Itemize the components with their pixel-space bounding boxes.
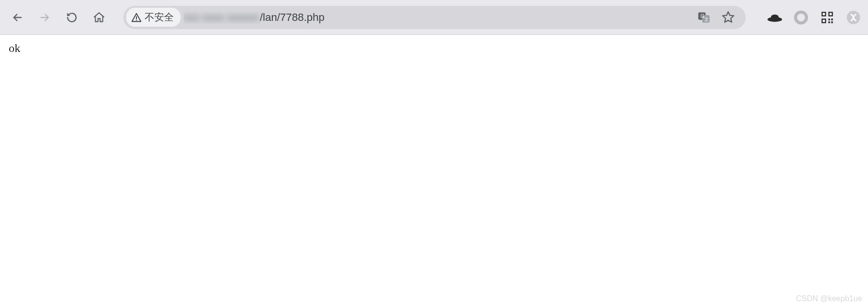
hat-icon — [767, 13, 783, 22]
home-button[interactable] — [87, 6, 111, 29]
star-icon — [721, 11, 735, 24]
browser-toolbar: 不安全 xxx xxxx xxxxxx /lan/7788.php G 文 — [0, 0, 868, 35]
svg-rect-9 — [823, 13, 825, 15]
forward-button[interactable] — [33, 6, 56, 29]
svg-point-0 — [136, 19, 137, 20]
qr-icon — [820, 11, 834, 24]
home-icon — [93, 11, 105, 24]
translate-icon: G 文 — [697, 11, 711, 24]
arrow-right-icon — [38, 11, 51, 24]
security-chip[interactable]: 不安全 — [126, 8, 181, 27]
svg-text:G: G — [701, 13, 704, 19]
svg-rect-17 — [831, 21, 833, 23]
extension-icons — [758, 9, 862, 26]
arrow-left-icon — [11, 11, 24, 24]
translate-button[interactable]: G 文 — [695, 9, 713, 26]
svg-rect-15 — [831, 18, 833, 20]
extension-circle[interactable] — [792, 9, 810, 26]
svg-point-7 — [796, 12, 807, 23]
svg-rect-14 — [828, 18, 830, 20]
svg-point-6 — [771, 15, 779, 19]
security-label: 不安全 — [145, 11, 174, 24]
url-visible: /lan/7788.php — [260, 11, 324, 24]
page-body-text: ok — [9, 42, 20, 54]
svg-rect-13 — [823, 19, 825, 22]
watermark: CSDN @keepb1ue — [796, 294, 862, 303]
reload-icon — [66, 11, 78, 24]
knot-icon — [846, 10, 861, 25]
bookmark-button[interactable] — [719, 9, 737, 26]
extension-knot[interactable] — [845, 9, 862, 26]
extension-qr[interactable] — [818, 9, 836, 26]
reload-button[interactable] — [60, 6, 83, 29]
extension-hat[interactable] — [766, 9, 784, 26]
circle-ring-icon — [794, 10, 808, 25]
address-bar-actions: G 文 — [695, 9, 742, 26]
page-content: ok — [0, 35, 868, 62]
url-display[interactable]: xxx xxxx xxxxxx /lan/7788.php — [184, 11, 692, 24]
svg-rect-16 — [828, 21, 830, 23]
svg-rect-11 — [830, 13, 832, 15]
back-button[interactable] — [6, 6, 29, 29]
address-bar[interactable]: 不安全 xxx xxxx xxxxxx /lan/7788.php G 文 — [123, 6, 746, 29]
warning-triangle-icon — [131, 12, 142, 23]
url-hidden: xxx xxxx xxxxxx — [184, 11, 259, 24]
svg-text:文: 文 — [704, 17, 709, 22]
